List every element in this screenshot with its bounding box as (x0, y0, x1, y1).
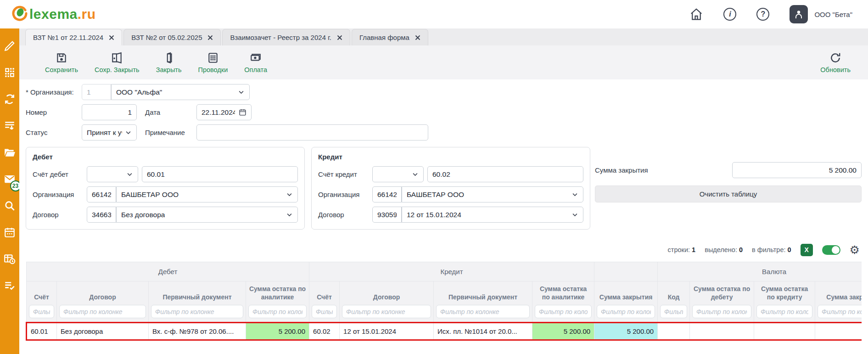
excel-export-button[interactable]: X (801, 244, 813, 256)
grid-column-header[interactable]: Сумма закрытия (594, 281, 658, 323)
tab-close-icon[interactable] (337, 35, 342, 40)
debit-contract-code-field[interactable] (87, 207, 116, 223)
grid-column-label: Сумма закрытия (596, 287, 655, 305)
debit-account-label: Счёт дебет (33, 170, 87, 178)
payment-button[interactable]: Оплата (244, 52, 267, 73)
grid-filter-input[interactable] (151, 305, 243, 318)
grid-filter-input[interactable] (29, 305, 54, 318)
closing-amount-field[interactable] (732, 162, 862, 178)
grid-cell[interactable] (754, 323, 815, 340)
organization-code-field[interactable] (82, 84, 111, 100)
user-menu[interactable]: ООО "Бета" (790, 5, 852, 23)
grid-filter-input[interactable] (342, 305, 431, 318)
grid-column-header[interactable]: Сумма закрытия (815, 281, 862, 323)
grid-cell[interactable] (658, 323, 690, 340)
app-logo[interactable]: lexema.ru (12, 6, 96, 23)
debit-contract-select[interactable]: Без договора (116, 207, 298, 223)
grid-cell[interactable]: 5 200.00 (594, 323, 658, 340)
calendar-icon[interactable] (239, 108, 246, 116)
grid-column-header[interactable]: Код (658, 281, 690, 323)
grid-filter-input[interactable] (535, 305, 592, 318)
sidebar-item-sync[interactable] (4, 94, 16, 106)
grid-filter-input[interactable] (756, 305, 812, 318)
refresh-button[interactable]: Обновить (820, 52, 851, 73)
avatar[interactable] (790, 5, 808, 23)
grid-column-header[interactable]: Первичный документ (149, 281, 246, 323)
credit-org-code-field[interactable] (372, 186, 402, 202)
grid-column-header[interactable]: Первичный документ (434, 281, 532, 323)
credit-account-select[interactable] (372, 166, 424, 182)
close-button[interactable]: Закрыть (156, 52, 182, 73)
qr-code-icon (4, 67, 16, 80)
grid-cell[interactable] (690, 323, 754, 340)
save-close-button[interactable]: Сохр. Закрыть (95, 52, 140, 73)
grid-filter-input[interactable] (248, 305, 307, 318)
user-org-label: ООО "Бета" (814, 11, 852, 18)
grid-column-header[interactable]: Счёт (27, 281, 57, 323)
tab-close-icon[interactable] (415, 35, 420, 40)
chevron-down-icon (125, 129, 132, 136)
tab-close-icon[interactable] (109, 35, 114, 40)
grid-filter-input[interactable] (597, 305, 655, 318)
number-field[interactable] (82, 104, 137, 120)
credit-org-select[interactable]: БАШБЕТАР ООО (402, 186, 583, 202)
help-icon[interactable]: ? (756, 8, 769, 21)
grid-column-header[interactable]: Договор (340, 281, 434, 323)
home-icon[interactable] (689, 7, 703, 21)
debit-account-select[interactable] (87, 166, 138, 182)
grid-column-header[interactable]: Сумма остатка по аналитике (246, 281, 309, 323)
grid-filter-input[interactable] (436, 305, 530, 318)
sidebar-item-table-clock[interactable] (4, 253, 16, 266)
grid-cell[interactable]: 5 200.00 (532, 323, 594, 340)
grid-cell[interactable]: 12 от 15.01.2024 (340, 323, 434, 340)
sidebar-item-list-check[interactable] (4, 280, 16, 292)
sidebar-item-calendar[interactable] (4, 227, 16, 239)
grid-column-header[interactable]: Сумма остатка по аналитике (532, 281, 594, 323)
tab-4[interactable]: Главная форма (352, 29, 428, 45)
grid-filter-input[interactable] (59, 305, 146, 318)
grid-filter-input[interactable] (692, 305, 751, 318)
sidebar-item-list-download[interactable] (4, 120, 16, 133)
tab-2[interactable]: ВЗТ №2 от 05.02.2025 (123, 29, 221, 45)
credit-contract-code-field[interactable] (372, 207, 402, 223)
organization-select[interactable]: ООО "Альфа" (111, 84, 250, 100)
sidebar-item-qr-code[interactable] (4, 67, 16, 79)
grid-cell[interactable]: 5 200.00 (246, 323, 309, 340)
grid-cell[interactable]: Исх. пл. №1014 от 20.0... (434, 323, 532, 340)
grid-cell[interactable]: 60.02 (309, 323, 340, 340)
sidebar-item-folder[interactable] (4, 147, 16, 159)
sidebar-item-pencil[interactable] (4, 40, 16, 53)
gear-icon[interactable]: ⚙ (850, 244, 860, 256)
clear-table-button[interactable]: Очистить таблицу (595, 185, 862, 202)
grid-column-header[interactable]: Сумма остатка по дебету (690, 281, 754, 323)
sidebar-item-mail[interactable]: 23 (4, 174, 16, 186)
sidebar-item-search[interactable] (4, 200, 16, 213)
note-field[interactable] (196, 124, 428, 140)
filter-toggle[interactable] (822, 245, 840, 255)
date-field[interactable]: 22.11.2024 (196, 104, 252, 120)
save-button[interactable]: Сохранить (45, 52, 78, 73)
grid-filter-input[interactable] (818, 305, 862, 318)
credit-contract-select[interactable]: 12 от 15.01.2024 (402, 207, 583, 223)
grid-cell[interactable]: Вх. с-ф. №978 от 20.06.... (149, 323, 246, 340)
status-select[interactable]: Принят к учету (82, 124, 137, 140)
debit-account-field[interactable] (142, 166, 298, 182)
grid-column-header[interactable]: Сумма остатка по кредиту (754, 281, 815, 323)
tab-1[interactable]: ВЗТ №1 от 22.11.2024 (25, 29, 122, 45)
credit-account-field[interactable] (427, 166, 583, 182)
debit-org-select[interactable]: БАШБЕТАР ООО (116, 186, 298, 202)
tab-3[interactable]: Взаимозачет - Реестр за 2024 г. (222, 29, 350, 45)
grid-cell[interactable]: Без договора (57, 323, 149, 340)
grid-column-header[interactable]: Договор (57, 281, 149, 323)
grid-filter-input[interactable] (660, 305, 687, 318)
grid-column-header[interactable]: Счёт (309, 281, 340, 323)
postings-button[interactable]: Проводки (198, 52, 228, 73)
info-icon[interactable]: i (723, 8, 736, 21)
table-row[interactable]: 60.01Без договораВх. с-ф. №978 от 20.06.… (27, 323, 862, 340)
grid-filter-input[interactable] (312, 305, 337, 318)
debit-org-code-field[interactable] (87, 186, 116, 202)
save-close-icon (111, 52, 123, 64)
grid-cell[interactable] (815, 323, 862, 340)
grid-cell[interactable]: 60.01 (27, 323, 57, 340)
tab-close-icon[interactable] (207, 35, 213, 40)
